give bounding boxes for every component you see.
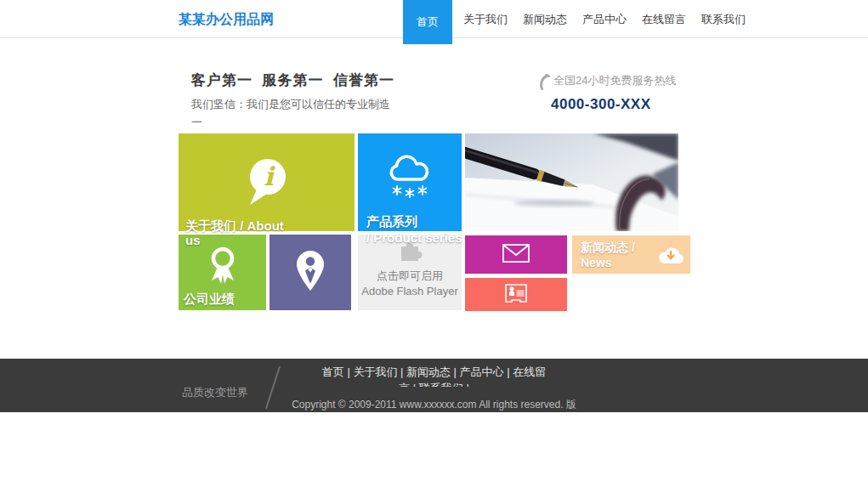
tile-product-series[interactable]: 产品系列 / Product series	[358, 133, 462, 231]
footer: 品质改变世界 首页 | 关于我们 | 新闻动态 | 产品中心 | 在线留 言 |…	[0, 359, 868, 412]
nav-item-home[interactable]: 首页	[403, 0, 452, 44]
flash-placeholder-text: 点击即可启用 Adobe Flash Player	[358, 269, 462, 299]
main-nav: 首页 关于我们 新闻动态 产品中心 在线留言 联系我们	[403, 0, 753, 44]
tile-products-label: 产品系列 / Product series	[366, 213, 494, 246]
header: 某某办公用品网 首页 关于我们 新闻动态 产品中心 在线留言 联系我们	[0, 0, 868, 38]
tile-about-label: 关于我们 / About us	[185, 218, 351, 247]
tile-news-label: 新闻动态 / News	[581, 241, 658, 269]
hotline-number: 4000-300-XXX	[551, 96, 676, 113]
footer-nav-line2[interactable]: 言 | 联系我们 |	[311, 380, 558, 387]
envelope-icon	[502, 244, 530, 266]
footer-copyright: Copyright © 2009-2011 www.xxxxxx.com All…	[292, 398, 576, 412]
id-card-icon	[504, 284, 528, 306]
tile-achievements-label: 公司业绩	[184, 292, 235, 308]
banner-pen-photo	[465, 133, 678, 231]
hero-title: 客户第一 服务第一 信誉第一	[191, 71, 394, 90]
cloud-download-icon	[658, 246, 684, 264]
footer-slash-divider	[265, 366, 281, 409]
info-speech-bubble-icon: i	[179, 156, 355, 212]
nav-item-message[interactable]: 在线留言	[634, 0, 694, 38]
nav-item-contact[interactable]: 联系我们	[694, 0, 753, 38]
award-ribbon-icon	[179, 245, 266, 289]
footer-nav[interactable]: 首页 | 关于我们 | 新闻动态 | 产品中心 | 在线留 言 | 联系我们 |	[311, 364, 558, 387]
tile-about-us[interactable]: i 关于我们 / About us	[179, 133, 355, 231]
tile-news[interactable]: 新闻动态 / News	[572, 235, 690, 274]
footer-slogan: 品质改变世界	[182, 385, 248, 400]
phone-handset-icon	[537, 74, 550, 93]
site-logo[interactable]: 某某办公用品网	[179, 11, 274, 29]
nav-item-news[interactable]: 新闻动态	[515, 0, 575, 38]
page: 某某办公用品网 首页 关于我们 新闻动态 产品中心 在线留言 联系我们 客户第一…	[0, 0, 868, 504]
hotline-label: 全国24小时免费服务热线	[553, 73, 676, 88]
hero-subtitle: 我们坚信：我们是您可以信任的专业制造一	[191, 95, 394, 131]
nav-item-products[interactable]: 产品中心	[575, 0, 634, 38]
footer-nav-line1[interactable]: 首页 | 关于我们 | 新闻动态 | 产品中心 | 在线留	[311, 364, 558, 380]
nav-item-about[interactable]: 关于我们	[456, 0, 515, 38]
flash-player-placeholder[interactable]: 点击即可启用 Adobe Flash Player	[358, 235, 462, 310]
cloud-snow-icon	[358, 154, 462, 201]
tile-contact-card[interactable]	[465, 278, 567, 311]
hotline-block: 全国24小时免费服务热线 4000-300-XXX	[537, 73, 676, 113]
map-pin-person-icon	[269, 250, 351, 296]
fountain-pen-photo	[465, 133, 678, 231]
